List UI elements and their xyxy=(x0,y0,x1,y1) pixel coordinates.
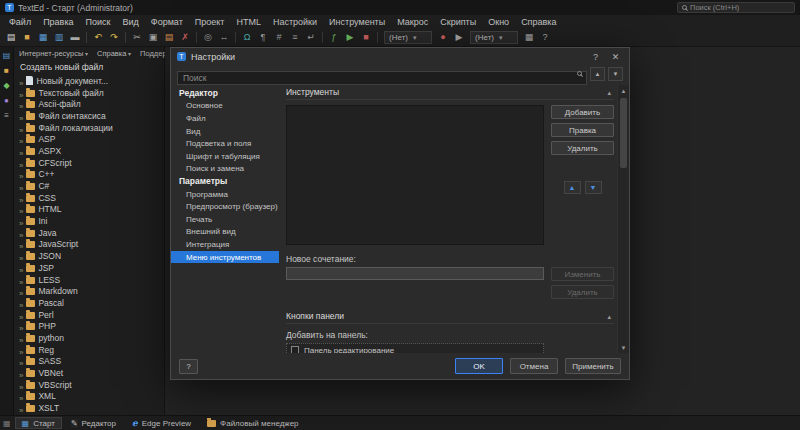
tree-item[interactable]: Текстовый файл xyxy=(14,87,164,99)
menu-item[interactable]: Настройки xyxy=(267,15,323,28)
menu-item[interactable]: Формат xyxy=(145,15,189,28)
panel-checkbox-row[interactable]: Панель редактирование xyxy=(286,343,544,353)
play-macro-icon[interactable]: ▶ xyxy=(451,30,467,45)
editor-panel-checkbox[interactable] xyxy=(291,346,299,353)
settings-nav-item[interactable]: Печать xyxy=(171,213,279,226)
tree-item[interactable]: HTML xyxy=(14,204,164,216)
dialog-close-button[interactable]: ✕ xyxy=(608,52,623,62)
tree-item[interactable]: CSS xyxy=(14,192,164,204)
dialog-help-button[interactable]: ? xyxy=(588,52,603,62)
global-search[interactable] xyxy=(677,2,795,13)
tree-item[interactable]: Pascal xyxy=(14,297,164,309)
snippets-icon[interactable]: ◆ xyxy=(3,82,9,90)
special-char-icon[interactable]: Ω xyxy=(239,30,255,45)
tree-item[interactable]: Java xyxy=(14,227,164,239)
clear-shortcut-button[interactable]: Удалить xyxy=(551,285,614,299)
tree-item[interactable]: C++ xyxy=(14,169,164,181)
tree-item[interactable]: Файл локализации xyxy=(14,122,164,134)
scrollbar-track[interactable] xyxy=(618,96,629,342)
save-all-icon[interactable]: ▥ xyxy=(51,30,67,45)
tree-item[interactable]: Perl xyxy=(14,309,164,321)
tree-item[interactable]: python xyxy=(14,332,164,344)
list-icon[interactable]: ≡ xyxy=(287,30,303,45)
number-icon[interactable]: # xyxy=(271,30,287,45)
tools-listbox[interactable] xyxy=(286,105,544,245)
statusbar-tab-start[interactable]: Старт xyxy=(15,417,62,429)
tree-item[interactable]: JSP xyxy=(14,262,164,274)
scroll-down-button[interactable] xyxy=(618,342,629,353)
settings-nav-item[interactable]: Шрифт и табуляция xyxy=(171,150,279,163)
settings-nav-item[interactable]: Меню инструментов xyxy=(171,251,279,264)
help-icon[interactable]: ? xyxy=(537,30,553,45)
menu-item[interactable]: Файл xyxy=(3,15,37,28)
move-down-button[interactable] xyxy=(585,181,602,194)
more-icon[interactable]: ≡ xyxy=(4,112,9,120)
resources-icon[interactable]: ■ xyxy=(4,67,9,75)
cancel-button[interactable]: Отмена xyxy=(510,358,558,374)
settings-nav-item[interactable]: Вид xyxy=(171,125,279,138)
help-button[interactable]: ? xyxy=(179,359,198,374)
run-icon[interactable]: ▶ xyxy=(342,30,358,45)
documents-icon[interactable]: ▤ xyxy=(3,52,11,60)
search-next-button[interactable] xyxy=(608,67,623,81)
add-tool-button[interactable]: Добавить xyxy=(551,105,614,119)
open-file-icon[interactable]: ■ xyxy=(19,30,35,45)
tree-item[interactable]: ASPX xyxy=(14,145,164,157)
menu-item[interactable]: Скрипты xyxy=(434,15,482,28)
new-file-icon[interactable]: ▤ xyxy=(3,30,19,45)
move-up-button[interactable] xyxy=(564,181,581,194)
tree-item[interactable]: SASS xyxy=(14,356,164,368)
menu-item[interactable]: Проект xyxy=(189,15,231,28)
cut-icon[interactable]: ✂ xyxy=(129,30,145,45)
settings-nav-item[interactable]: Предпросмотр (браузер) xyxy=(171,200,279,213)
menu-item[interactable]: Справка xyxy=(515,15,562,28)
delete-icon[interactable]: ✗ xyxy=(177,30,193,45)
tree-item[interactable]: JavaScript xyxy=(14,239,164,251)
menu-item[interactable]: Правка xyxy=(37,15,79,28)
settings-nav-item[interactable]: Внешний вид xyxy=(171,226,279,239)
tree-item[interactable]: JSON xyxy=(14,250,164,262)
paste-icon[interactable]: ▤ xyxy=(161,30,177,45)
statusbar-tab-editor[interactable]: Редактор xyxy=(64,417,123,429)
window-layout-icon[interactable]: ▦ xyxy=(521,30,537,45)
script-icon[interactable]: ƒ xyxy=(326,30,342,45)
collapse-icon[interactable] xyxy=(607,87,611,97)
tree-item[interactable]: Ini xyxy=(14,215,164,227)
record-macro-icon[interactable]: ● xyxy=(435,30,451,45)
apply-button[interactable]: Применить xyxy=(565,358,621,374)
sidebar-tab[interactable]: Справка xyxy=(97,49,131,58)
statusbar-tab-file-manager[interactable]: Файловый менеджер xyxy=(200,417,305,429)
tree-item[interactable]: LESS xyxy=(14,274,164,286)
tree-item[interactable]: C# xyxy=(14,180,164,192)
undo-icon[interactable]: ↶ xyxy=(90,30,106,45)
tree-item[interactable]: XML xyxy=(14,391,164,403)
plugins-icon[interactable]: ● xyxy=(4,97,9,105)
tree-item[interactable]: VBNet xyxy=(14,367,164,379)
scrollbar-thumb[interactable] xyxy=(620,98,627,168)
menu-item[interactable]: HTML xyxy=(230,15,267,28)
save-icon[interactable]: ▦ xyxy=(35,30,51,45)
tree-item[interactable]: ASP xyxy=(14,133,164,145)
search-icon[interactable]: ◎ xyxy=(200,30,216,45)
dialog-scrollbar[interactable] xyxy=(617,85,629,353)
copy-icon[interactable]: ▣ xyxy=(145,30,161,45)
wrap-icon[interactable]: ↵ xyxy=(303,30,319,45)
tree-item[interactable]: Ascii-файл xyxy=(14,98,164,110)
shortcut-input[interactable] xyxy=(286,267,544,280)
set-shortcut-button[interactable]: Изменить xyxy=(551,267,614,281)
global-search-input[interactable] xyxy=(690,3,790,12)
menu-item[interactable]: Вид xyxy=(117,15,145,28)
edit-tool-button[interactable]: Правка xyxy=(551,123,614,137)
create-new-file-link[interactable]: Создать новый файл xyxy=(14,59,164,74)
menu-item[interactable]: Макрос xyxy=(391,15,434,28)
macro-select[interactable]: (Нет) xyxy=(384,31,432,44)
settings-search[interactable] xyxy=(177,67,587,81)
collapse-icon[interactable] xyxy=(607,311,611,321)
tree-item[interactable]: Новый документ... xyxy=(14,75,164,87)
settings-nav-item[interactable]: Программа xyxy=(171,188,279,201)
print-icon[interactable]: ▬ xyxy=(67,30,83,45)
replace-icon[interactable]: ↔ xyxy=(216,30,232,45)
menu-item[interactable]: Окно xyxy=(482,15,515,28)
stop-icon[interactable]: ■ xyxy=(358,30,374,45)
menu-item[interactable]: Поиск xyxy=(80,15,117,28)
